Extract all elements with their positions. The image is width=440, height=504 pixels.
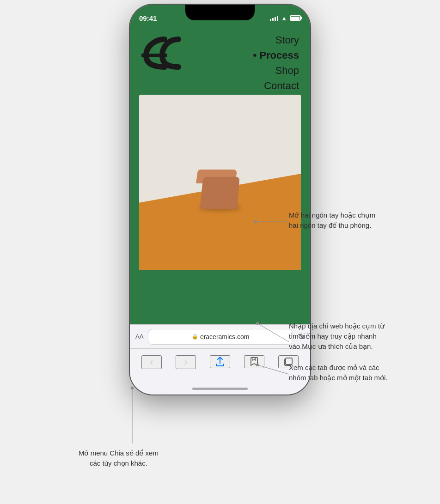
nav-contact[interactable]: Contact: [253, 78, 299, 93]
tabs-button[interactable]: [278, 355, 299, 368]
annotation-share: Mở menu Chia sẻ để xemcác tùy chọn khác.: [79, 448, 159, 468]
back-icon: ‹: [150, 356, 153, 368]
tabs-icon: [283, 356, 294, 367]
back-button[interactable]: ‹: [141, 355, 162, 369]
product-image: [139, 95, 301, 270]
site-nav: Story Process Shop Contact: [253, 32, 299, 93]
forward-button[interactable]: ›: [176, 355, 196, 369]
nav-shop[interactable]: Shop: [253, 63, 299, 78]
clay-object: [197, 170, 243, 209]
phone-screen: 09:41 ▲: [130, 5, 310, 395]
bookmarks-button[interactable]: [244, 355, 264, 368]
nav-story[interactable]: Story: [253, 32, 299, 48]
notch: [185, 5, 255, 20]
browser-url-bar[interactable]: 🔒 eraceramics.com: [148, 329, 293, 345]
battery-icon: [290, 15, 301, 21]
annotation-share-text: Mở menu Chia sẻ để xemcác tùy chọn khác.: [79, 448, 159, 468]
status-time: 09:41: [139, 14, 157, 22]
browser-address-bar[interactable]: AA 🔒 eraceramics.com ↻: [130, 324, 310, 348]
lock-icon: 🔒: [192, 334, 198, 340]
svg-rect-2: [286, 358, 292, 364]
phone-frame: 09:41 ▲: [130, 5, 310, 395]
nav-process[interactable]: Process: [253, 48, 299, 63]
wifi-icon: ▲: [281, 15, 287, 22]
browser-url-text: eraceramics.com: [200, 333, 250, 340]
status-icons: ▲: [270, 15, 301, 22]
bookmarks-icon: [249, 356, 260, 367]
share-button[interactable]: [210, 355, 230, 368]
share-icon: [214, 356, 226, 367]
product-image-bg: [139, 95, 301, 270]
web-content: Story Process Shop Contact: [130, 5, 310, 348]
signal-icon: [270, 15, 278, 21]
forward-icon: ›: [184, 356, 187, 368]
clay-body: [200, 177, 239, 209]
site-logo: [139, 30, 199, 73]
home-indicator: [192, 388, 248, 390]
refresh-icon[interactable]: ↻: [298, 332, 305, 342]
browser-aa-button[interactable]: AA: [135, 333, 143, 340]
